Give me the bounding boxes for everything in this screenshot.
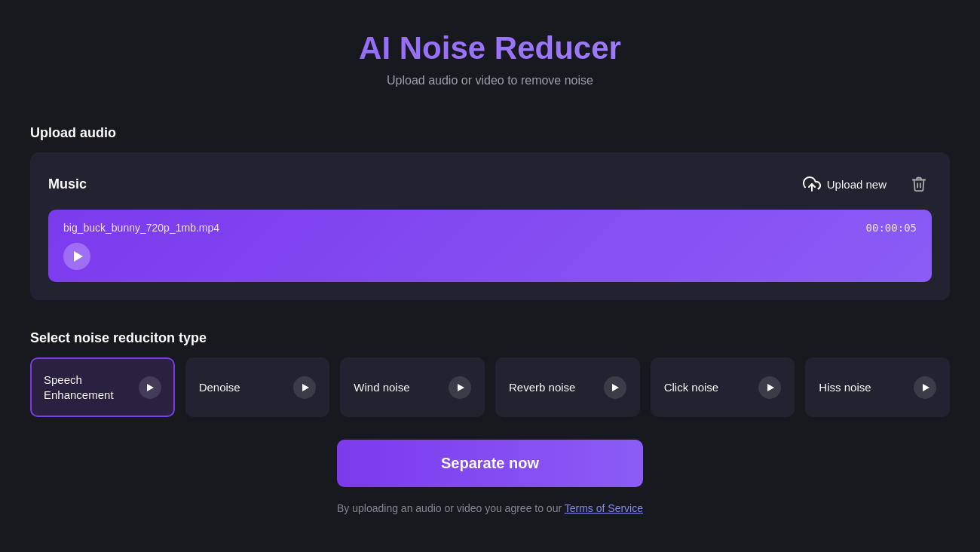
upload-section-label: Upload audio [30,125,950,141]
noise-section: Select noise reduciton type Speech Enhan… [30,330,950,417]
play-icon [147,384,154,391]
terms-prefix: By uploading an audio or video you agree… [337,502,565,514]
noise-type-name-hiss-noise: Hiss noise [819,380,871,395]
audio-duration: 00:00:05 [866,222,917,234]
noise-section-label: Select noise reduciton type [30,330,950,346]
upload-new-button[interactable]: Upload new [795,170,894,198]
upload-new-label: Upload new [827,178,887,191]
play-icon [612,384,619,391]
audio-play-button[interactable] [63,243,90,270]
noise-play-button-speech-enhancement[interactable] [139,376,161,399]
page-subtitle: Upload audio or video to remove noise [30,74,950,87]
play-icon [74,251,83,262]
play-icon [302,384,309,391]
noise-type-card-reverb-noise[interactable]: Reverb noise [495,357,640,417]
upload-cloud-icon [803,175,821,193]
noise-type-name-wind-noise: Wind noise [354,380,409,395]
delete-button[interactable] [906,171,932,197]
play-icon [767,384,774,391]
noise-type-card-click-noise[interactable]: Click noise [651,357,795,417]
waveform-visualization: // Generate waveform bars in SVG const b… [101,243,917,270]
noise-types-grid: Speech Enhancement Denoise Wind noise Re… [30,357,950,417]
separate-now-button[interactable]: Separate now [337,440,643,487]
audio-filename: big_buck_bunny_720p_1mb.mp4 [63,222,219,234]
noise-type-card-denoise[interactable]: Denoise [185,357,330,417]
waveform-container: // Generate waveform bars in SVG const b… [101,243,917,270]
upload-section: Upload audio Music Upload new [30,125,950,300]
terms-text: By uploading an audio or video you agree… [30,502,950,514]
noise-type-name-speech-enhancement: Speech Enhancement [44,373,139,402]
audio-controls-row: // Generate waveform bars in SVG const b… [63,243,917,270]
noise-type-name-denoise: Denoise [199,380,240,395]
noise-play-button-wind-noise[interactable] [449,376,471,399]
noise-play-button-denoise[interactable] [293,376,316,399]
noise-type-card-wind-noise[interactable]: Wind noise [340,357,485,417]
noise-type-name-click-noise: Click noise [664,380,719,395]
noise-type-card-hiss-noise[interactable]: Hiss noise [805,357,950,417]
noise-type-card-speech-enhancement[interactable]: Speech Enhancement [30,357,175,417]
page-header: AI Noise Reducer Upload audio or video t… [30,30,950,87]
terms-of-service-link[interactable]: Terms of Service [565,502,643,514]
audio-player: big_buck_bunny_720p_1mb.mp4 00:00:05 // … [48,210,932,282]
upload-actions: Upload new [795,170,932,198]
noise-play-button-click-noise[interactable] [758,376,781,399]
play-icon [923,384,929,391]
noise-play-button-reverb-noise[interactable] [604,376,626,399]
audio-filename-row: big_buck_bunny_720p_1mb.mp4 00:00:05 [63,222,917,234]
upload-panel-header: Music Upload new [48,170,932,198]
play-icon [458,384,464,391]
noise-play-button-hiss-noise[interactable] [914,376,936,399]
upload-panel: Music Upload new [30,152,950,300]
music-label: Music [48,176,87,192]
page-title: AI Noise Reducer [30,30,950,66]
trash-icon [911,176,927,192]
noise-type-name-reverb-noise: Reverb noise [509,380,575,395]
